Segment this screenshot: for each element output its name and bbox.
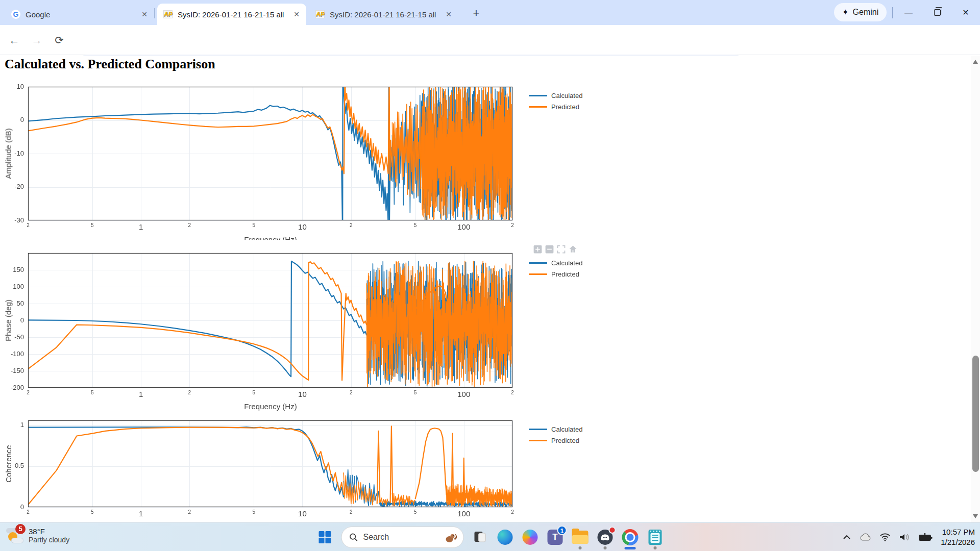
tray-chevron-icon[interactable] bbox=[843, 535, 851, 540]
google-favicon-icon: G bbox=[11, 10, 20, 19]
legend-line-swatch bbox=[529, 106, 547, 108]
discord-badge bbox=[609, 527, 616, 534]
volume-icon[interactable] bbox=[899, 533, 910, 541]
phase-x-axis-label: Frequency (Hz) bbox=[244, 402, 297, 411]
chrome-icon[interactable] bbox=[622, 529, 639, 546]
battery-charging-icon[interactable] bbox=[918, 533, 933, 541]
phase-legend: Calculated Predicted bbox=[529, 257, 582, 280]
legend-item-predicted[interactable]: Predicted bbox=[529, 268, 582, 280]
legend-item-predicted[interactable]: Predicted bbox=[529, 435, 582, 446]
new-tab-button[interactable]: + bbox=[469, 6, 484, 21]
gemini-spark-icon: ✦ bbox=[842, 8, 849, 17]
tab-google[interactable]: G Google ✕ bbox=[5, 4, 154, 25]
start-button[interactable] bbox=[316, 529, 334, 546]
page-scrollbar[interactable] bbox=[971, 56, 980, 522]
zoom-out-icon[interactable] bbox=[544, 244, 555, 255]
taskbar-center: Search T 1 bbox=[316, 523, 664, 551]
windows-taskbar: 5 38°F Partly cloudy Search T 1 bbox=[0, 522, 980, 551]
notification-badge: 5 bbox=[15, 524, 26, 534]
legend-line-swatch bbox=[529, 273, 547, 275]
clock-date: 1/21/2026 bbox=[941, 537, 975, 547]
tab-sysid-2[interactable]: AP SysID: 2026-01-21 16-21-15 all ✕ bbox=[309, 4, 458, 25]
tab-close-icon[interactable]: ✕ bbox=[444, 10, 453, 19]
tab-close-icon[interactable]: ✕ bbox=[292, 10, 301, 19]
legend-item-predicted[interactable]: Predicted bbox=[529, 101, 582, 112]
weather-icon: 5 bbox=[6, 526, 24, 544]
legend-line-swatch bbox=[529, 440, 547, 441]
ardupilot-favicon-icon: AP bbox=[163, 10, 173, 19]
amplitude-y-axis-label: Amplitude (dB) bbox=[4, 128, 13, 179]
onedrive-icon[interactable] bbox=[859, 533, 871, 541]
tab-sysid-active[interactable]: AP SysID: 2026-01-21 16-21-15 all ✕ bbox=[157, 4, 306, 25]
close-button[interactable]: ✕ bbox=[951, 0, 980, 25]
active-window-indicator bbox=[625, 547, 636, 549]
amplitude-chart[interactable] bbox=[0, 71, 526, 243]
back-button[interactable]: ← bbox=[6, 32, 22, 48]
tab-close-icon[interactable]: ✕ bbox=[140, 10, 149, 19]
legend-item-calculated[interactable]: Calculated bbox=[529, 90, 582, 101]
search-placeholder: Search bbox=[363, 533, 438, 542]
teams-icon[interactable]: T 1 bbox=[547, 529, 564, 546]
discord-icon[interactable] bbox=[597, 529, 614, 546]
legend-line-swatch bbox=[529, 262, 547, 264]
page-content: Calculated vs. Predicted Comparison Ampl… bbox=[0, 56, 971, 522]
search-icon bbox=[349, 533, 358, 542]
weather-condition: Partly cloudy bbox=[29, 536, 69, 544]
tab-separator bbox=[154, 8, 155, 18]
wifi-icon[interactable] bbox=[879, 533, 891, 541]
phase-chart[interactable] bbox=[0, 240, 526, 411]
minimize-button[interactable]: — bbox=[894, 0, 923, 25]
running-indicator bbox=[654, 546, 657, 549]
amplitude-legend: Calculated Predicted bbox=[529, 90, 582, 112]
running-indicator bbox=[604, 546, 607, 549]
gemini-button[interactable]: ✦ Gemini bbox=[834, 3, 887, 21]
gemini-label: Gemini bbox=[853, 8, 879, 17]
browser-toolbar: ← → ⟳ firmware.ardupilot.org/Tools/WebTo… bbox=[0, 25, 980, 55]
weather-temp: 38°F bbox=[29, 527, 69, 536]
copilot-icon[interactable] bbox=[522, 529, 539, 546]
phase-y-axis-label: Phase (deg) bbox=[4, 299, 13, 341]
scroll-down-icon[interactable] bbox=[973, 514, 978, 518]
scroll-up-icon[interactable] bbox=[973, 60, 978, 64]
file-explorer-icon[interactable] bbox=[572, 529, 589, 546]
coherence-chart[interactable] bbox=[0, 416, 526, 521]
search-highlight-squirrel-icon bbox=[443, 531, 458, 544]
reload-button[interactable]: ⟳ bbox=[51, 32, 67, 48]
forward-button[interactable]: → bbox=[29, 32, 45, 48]
edge-icon[interactable] bbox=[497, 529, 514, 546]
divider bbox=[892, 7, 893, 18]
task-view-button[interactable] bbox=[472, 529, 489, 546]
tab-title: SysID: 2026-01-21 16-21-15 all bbox=[330, 10, 444, 19]
scrollbar-thumb[interactable] bbox=[972, 356, 979, 472]
zoom-in-icon[interactable] bbox=[532, 244, 543, 255]
ardupilot-favicon-icon: AP bbox=[315, 10, 325, 19]
tab-title: SysID: 2026-01-21 16-21-15 all bbox=[178, 10, 292, 19]
window-controls: — ✕ bbox=[894, 0, 980, 25]
running-indicator bbox=[579, 546, 582, 549]
notepad-icon[interactable] bbox=[647, 529, 664, 546]
weather-widget[interactable]: 5 38°F Partly cloudy bbox=[6, 526, 69, 544]
restore-button[interactable] bbox=[923, 0, 951, 25]
tab-strip: G Google ✕ AP SysID: 2026-01-21 16-21-15… bbox=[0, 0, 980, 25]
taskbar-search-box[interactable]: Search bbox=[341, 527, 464, 548]
coherence-y-axis-label: Coherence bbox=[4, 445, 13, 482]
system-tray: 10:57 PM 1/21/2026 bbox=[843, 523, 975, 551]
legend-line-swatch bbox=[529, 95, 547, 96]
legend-item-calculated[interactable]: Calculated bbox=[529, 257, 582, 268]
reset-axes-home-icon[interactable] bbox=[568, 244, 578, 255]
clock-time: 10:57 PM bbox=[941, 527, 975, 537]
legend-item-calculated[interactable]: Calculated bbox=[529, 423, 582, 435]
coherence-legend: Calculated Predicted bbox=[529, 423, 582, 446]
restore-icon bbox=[934, 9, 941, 16]
legend-line-swatch bbox=[529, 429, 547, 430]
autoscale-icon[interactable] bbox=[556, 244, 567, 255]
page-title: Calculated vs. Predicted Comparison bbox=[5, 57, 215, 72]
taskbar-clock[interactable]: 10:57 PM 1/21/2026 bbox=[941, 527, 975, 547]
tab-title: Google bbox=[26, 10, 140, 19]
teams-badge: 1 bbox=[557, 525, 567, 535]
